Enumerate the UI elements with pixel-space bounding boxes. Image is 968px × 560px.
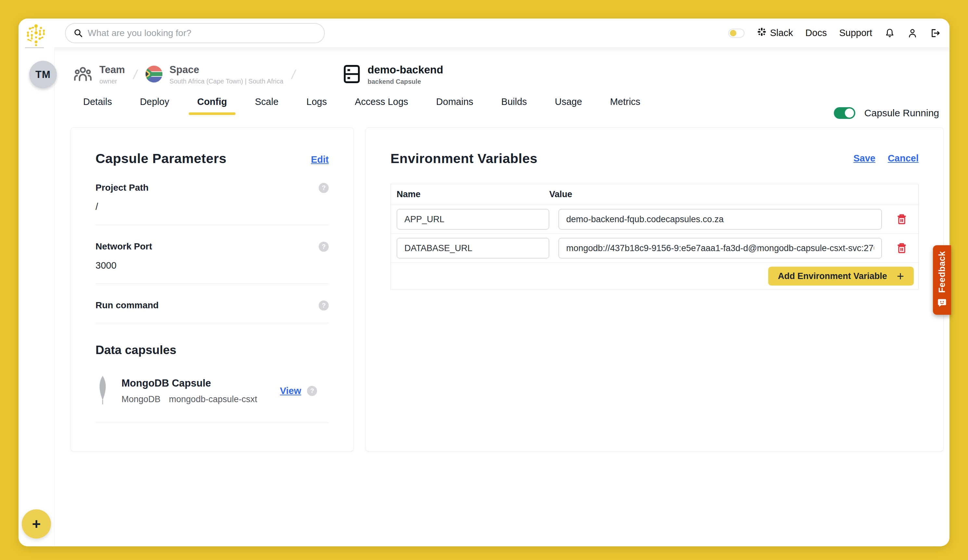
breadcrumb-space[interactable]: Space South Africa (Cape Town) | South A… [146, 64, 283, 85]
env-value-input[interactable] [559, 238, 882, 258]
tab-deploy[interactable]: Deploy [140, 96, 169, 109]
support-label: Support [839, 28, 872, 38]
cards-row: Capsule Parameters Edit Project Path ? /… [55, 128, 950, 452]
data-capsule-name: MongoDB Capsule [121, 378, 257, 389]
project-path-label: Project Path [96, 182, 148, 193]
env-var-row [391, 205, 918, 234]
network-port-value: 3000 [96, 260, 329, 271]
docs-label: Docs [805, 28, 827, 38]
sidebar-divider [25, 47, 44, 48]
tab-scale[interactable]: Scale [255, 96, 279, 109]
docs-link[interactable]: Docs [805, 28, 827, 38]
plus-icon: + [897, 270, 904, 282]
data-capsule-type: MongoDB [121, 394, 161, 404]
support-link[interactable]: Support [839, 28, 872, 38]
tab-builds[interactable]: Builds [501, 96, 527, 109]
env-value-column-header: Value [549, 189, 891, 199]
tab-metrics[interactable]: Metrics [610, 96, 640, 109]
tab-details[interactable]: Details [83, 96, 112, 109]
space-title: Space [169, 64, 283, 76]
theme-toggle-knob [730, 30, 736, 36]
add-capsule-fab[interactable]: + [22, 509, 51, 538]
app-window: TM + [18, 18, 950, 546]
codecapsules-logo-icon[interactable] [25, 23, 47, 48]
cancel-env-vars-link[interactable]: Cancel [888, 153, 918, 164]
delete-env-var-icon[interactable] [891, 213, 912, 225]
help-icon[interactable]: ? [307, 386, 317, 396]
data-capsule-id: mongodb-capsule-csxt [169, 394, 257, 404]
add-env-var-label: Add Environment Variable [778, 271, 887, 281]
env-vars-table-footer: Add Environment Variable + [391, 263, 918, 290]
tab-config[interactable]: Config [197, 96, 227, 109]
avatar[interactable]: TM [29, 61, 57, 88]
breadcrumb-separator: / [132, 67, 139, 82]
search-input[interactable] [88, 28, 317, 38]
south-africa-flag-icon [146, 66, 162, 84]
capsule-parameters-card: Capsule Parameters Edit Project Path ? /… [71, 128, 354, 452]
tab-logs[interactable]: Logs [306, 96, 327, 109]
space-subtitle: South Africa (Cape Town) | South Africa [169, 78, 283, 85]
environment-variables-title: Environment Variables [390, 151, 538, 166]
search-bar[interactable] [65, 23, 325, 43]
topbar-shadow [55, 48, 950, 53]
topbar-actions: Slack Docs Support [728, 27, 940, 39]
breadcrumb-capsule[interactable]: demo-backend backend Capsule [343, 64, 443, 85]
main-content: Team owner / [54, 48, 950, 546]
help-icon[interactable]: ? [319, 300, 329, 310]
mongodb-leaf-icon [97, 375, 108, 406]
add-environment-variable-button[interactable]: Add Environment Variable + [768, 267, 914, 285]
field-project-path: Project Path ? / [96, 166, 329, 225]
help-icon[interactable]: ? [319, 183, 329, 193]
tab-domains[interactable]: Domains [436, 96, 473, 109]
theme-toggle[interactable] [728, 28, 744, 38]
feedback-tab[interactable]: Feedback [933, 245, 951, 315]
capsule-running-control: Capsule Running [834, 107, 939, 119]
save-env-vars-link[interactable]: Save [853, 153, 875, 164]
breadcrumb: Team owner / [55, 48, 950, 85]
env-name-column-header: Name [397, 189, 549, 199]
team-title: Team [99, 64, 125, 76]
data-capsules-title: Data capsules [96, 343, 329, 357]
network-port-label: Network Port [96, 241, 152, 252]
env-vars-table-header: Name Value [391, 184, 918, 205]
run-command-label: Run command [96, 300, 159, 310]
capsule-running-toggle[interactable] [834, 107, 855, 119]
tab-usage[interactable]: Usage [555, 96, 582, 109]
env-name-input[interactable] [397, 209, 549, 230]
feedback-label: Feedback [937, 251, 947, 293]
slack-link[interactable]: Slack [757, 27, 793, 39]
env-value-input[interactable] [559, 209, 882, 230]
view-data-capsule-link[interactable]: View [280, 386, 302, 396]
feedback-smiley-icon [937, 298, 947, 309]
env-name-input[interactable] [397, 238, 549, 258]
data-capsule-row: MongoDB Capsule MongoDB mongodb-capsule-… [96, 375, 329, 423]
sidebar: TM + [18, 18, 54, 546]
environment-variables-card: Environment Variables Save Cancel Name V… [365, 128, 944, 452]
project-path-value: / [96, 201, 329, 212]
topbar: Slack Docs Support [54, 18, 950, 48]
edit-parameters-link[interactable]: Edit [311, 151, 329, 165]
capsule-title: demo-backend [368, 64, 443, 76]
capsule-parameters-title: Capsule Parameters [96, 151, 226, 166]
user-account-icon[interactable] [907, 28, 918, 38]
breadcrumb-team[interactable]: Team owner [73, 64, 125, 85]
capsule-running-knob [845, 108, 854, 118]
slack-icon [757, 27, 767, 39]
capsule-running-label: Capsule Running [864, 108, 939, 119]
breadcrumb-separator: / [290, 67, 297, 82]
notifications-bell-icon[interactable] [885, 28, 895, 38]
capsule-server-icon [343, 64, 361, 85]
env-var-row [391, 234, 918, 263]
field-run-command: Run command ? [96, 284, 329, 323]
slack-label: Slack [770, 28, 793, 38]
tab-access-logs[interactable]: Access Logs [355, 96, 408, 109]
env-vars-table: Name Value [390, 184, 918, 290]
delete-env-var-icon[interactable] [891, 242, 912, 254]
help-icon[interactable]: ? [319, 242, 329, 252]
team-icon [73, 65, 92, 85]
capsule-tabs: Details Deploy Config Scale Logs Access … [55, 96, 950, 109]
capsule-subtitle: backend Capsule [368, 78, 443, 85]
logout-icon[interactable] [930, 28, 940, 38]
search-icon [73, 28, 83, 38]
team-subtitle: owner [99, 78, 125, 85]
